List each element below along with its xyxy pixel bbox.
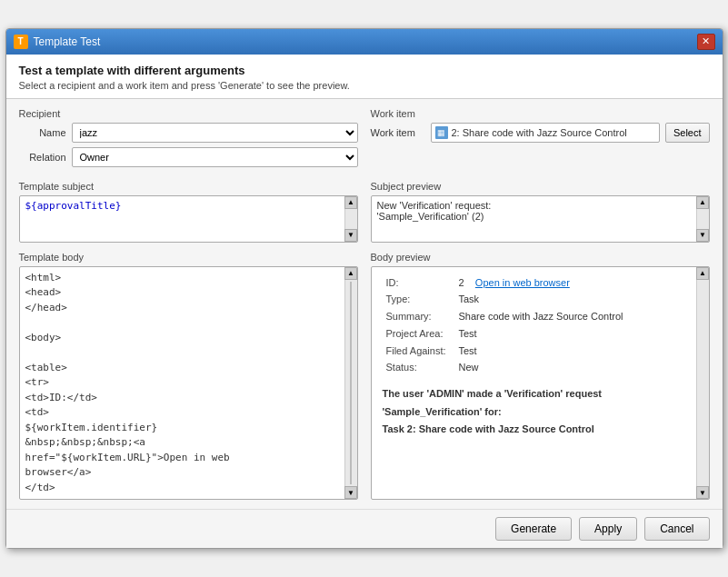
work-item-box: ▦ 2: Share code with Jazz Source Control [431, 123, 660, 143]
type-value: Task [455, 291, 685, 308]
work-item-section-label: Work item [371, 108, 710, 119]
work-item-section: Work item Work item ▦ 2: Share code with… [371, 108, 710, 172]
project-value: Test [455, 325, 685, 343]
filed-value: Test [455, 343, 685, 360]
title-bar-left: T Template Test [14, 35, 101, 49]
dialog-icon: T [14, 35, 28, 49]
work-item-icon: ▦ [435, 126, 448, 139]
body-preview-section: Body preview ID: 2 Open in web browser [371, 252, 710, 501]
work-item-value: 2: Share code with Jazz Source Control [452, 127, 627, 138]
scroll-down-btn[interactable]: ▼ [344, 229, 357, 242]
body-preview-label: Body preview [371, 252, 710, 263]
bp-scroll-down-btn[interactable]: ▼ [696, 486, 709, 499]
dialog-footer: Generate Apply Cancel [6, 509, 723, 548]
template-subject-content[interactable]: ${approvalTitle} [20, 196, 344, 242]
header-title: Test a template with different arguments [19, 64, 710, 77]
dialog-body: Recipient Name jazz Relation Owner Work … [6, 99, 723, 510]
status-value: New [455, 359, 685, 376]
preview-scroll-down-btn[interactable]: ▼ [696, 229, 709, 242]
filed-row: Filed Against: Test [383, 343, 685, 360]
name-label: Name [19, 127, 66, 138]
recipient-label: Recipient [19, 108, 358, 119]
work-item-field-label: Work item [371, 127, 425, 138]
dialog-header: Test a template with different arguments… [6, 55, 723, 99]
project-label: Project Area: [383, 325, 455, 343]
relation-select[interactable]: Owner [72, 147, 358, 167]
bp-scroll-up-btn[interactable]: ▲ [696, 267, 709, 280]
preview-scroll-up-btn[interactable]: ▲ [696, 196, 709, 209]
body-scroll-up-btn[interactable]: ▲ [344, 267, 357, 280]
template-body-label: Template body [19, 252, 358, 263]
title-bar: T Template Test ✕ [6, 29, 723, 55]
project-row: Project Area: Test [383, 325, 685, 343]
summary-row: Summary: Share code with Jazz Source Con… [383, 308, 685, 325]
subject-preview-label: Subject preview [371, 181, 710, 192]
status-row: Status: New [383, 359, 685, 376]
template-body-box: <html> <head> </head> <body> <table> <tr… [19, 266, 358, 501]
subject-preview-section: Subject preview New 'Verification' reque… [371, 181, 710, 243]
type-label: Type: [383, 291, 455, 308]
scroll-up-btn[interactable]: ▲ [344, 196, 357, 209]
body-preview-box: ID: 2 Open in web browser Type: Task [371, 266, 710, 501]
status-label: Status: [383, 359, 455, 376]
template-subject-box: ${approvalTitle} ▲ ▼ [19, 195, 358, 243]
name-select[interactable]: jazz [72, 123, 358, 143]
filed-label: Filed Against: [383, 343, 455, 360]
template-body-section: Template body <html> <head> </head> <bod… [19, 252, 358, 501]
bold-paragraph: The user 'ADMIN' made a 'Verification' r… [383, 385, 685, 439]
cancel-button[interactable]: Cancel [644, 517, 709, 541]
id-cell: 2 Open in web browser [455, 274, 685, 292]
top-row: Recipient Name jazz Relation Owner Work … [19, 108, 710, 172]
middle-row: Template subject ${approvalTitle} ▲ ▼ Su… [19, 181, 710, 243]
name-field-row: Name jazz [19, 123, 358, 143]
work-item-select-button[interactable]: Select [665, 123, 710, 143]
header-subtitle: Select a recipient and a work item and p… [19, 80, 710, 91]
template-body-content[interactable]: <html> <head> </head> <body> <table> <tr… [20, 267, 344, 500]
subject-scrollbar: ▲ ▼ [344, 196, 357, 242]
subject-preview-box: New 'Verification' request: 'Sample_Veri… [371, 195, 710, 243]
id-row: ID: 2 Open in web browser [383, 274, 685, 292]
subject-preview-content: New 'Verification' request: 'Sample_Veri… [372, 196, 696, 242]
template-subject-section: Template subject ${approvalTitle} ▲ ▼ [19, 181, 358, 243]
subject-preview-scrollbar: ▲ ▼ [696, 196, 709, 242]
body-preview-scrollbar: ▲ ▼ [696, 267, 709, 500]
relation-label: Relation [19, 152, 66, 163]
open-browser-link[interactable]: Open in web browser [475, 277, 570, 288]
id-label: ID: [383, 274, 455, 292]
dialog-window: T Template Test ✕ Test a template with d… [5, 28, 723, 550]
summary-value: Share code with Jazz Source Control [455, 308, 685, 325]
close-button[interactable]: ✕ [697, 34, 715, 50]
relation-field-row: Relation Owner [19, 147, 358, 167]
generate-button[interactable]: Generate [495, 517, 572, 541]
work-item-row: Work item ▦ 2: Share code with Jazz Sour… [371, 123, 710, 143]
dialog-title: Template Test [34, 35, 101, 48]
body-preview-content: ID: 2 Open in web browser Type: Task [372, 267, 696, 500]
preview-table: ID: 2 Open in web browser Type: Task [383, 274, 685, 376]
body-scrollbar: ▲ ▼ [344, 267, 357, 500]
type-row: Type: Task [383, 291, 685, 308]
apply-button[interactable]: Apply [579, 517, 637, 541]
body-scroll-thumb [350, 282, 352, 485]
bottom-row: Template body <html> <head> </head> <bod… [19, 252, 710, 501]
body-scroll-down-btn[interactable]: ▼ [344, 486, 357, 499]
id-value: 2 [459, 277, 464, 288]
recipient-section: Recipient Name jazz Relation Owner [19, 108, 358, 172]
summary-label: Summary: [383, 308, 455, 325]
template-subject-label: Template subject [19, 181, 358, 192]
